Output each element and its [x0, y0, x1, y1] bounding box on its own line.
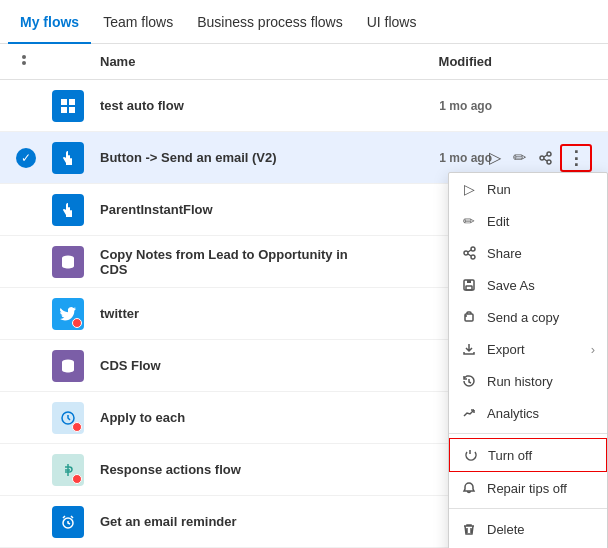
svg-rect-4 [61, 107, 67, 113]
icon-wrapper [52, 298, 84, 330]
bell-icon [461, 480, 477, 496]
menu-label: Run history [487, 374, 553, 389]
icon-wrapper [52, 402, 84, 434]
arrow-icon: › [591, 342, 595, 357]
row-icon [52, 246, 100, 278]
menu-label: Send a copy [487, 310, 559, 325]
menu-label: Repair tips off [487, 481, 567, 496]
flow-name: Get an email reminder [100, 514, 372, 529]
share-button[interactable] [534, 147, 556, 169]
menu-label: Delete [487, 522, 525, 537]
tab-bar: My flows Team flows Business process flo… [0, 0, 608, 44]
svg-point-0 [22, 55, 26, 59]
row-icon [52, 142, 100, 174]
power-icon [462, 447, 478, 463]
context-menu: ▷ Run ✏ Edit Share Save As [448, 172, 608, 548]
more-options-button[interactable]: ⋮ [560, 144, 592, 172]
svg-rect-2 [61, 99, 67, 105]
flow-icon-alarm [52, 506, 84, 538]
delete-icon [461, 521, 477, 537]
row-icon [52, 298, 100, 330]
flows-table: Name Modified test auto flow 1 mo ago ✓ [0, 44, 608, 548]
svg-point-6 [540, 156, 544, 160]
header-check [16, 52, 52, 71]
svg-line-14 [468, 250, 471, 252]
flow-modified: 1 mo ago [372, 99, 492, 113]
app-container: My flows Team flows Business process flo… [0, 0, 608, 548]
menu-label: Share [487, 246, 522, 261]
menu-item-repair-tips[interactable]: Repair tips off [449, 472, 607, 504]
menu-label: Turn off [488, 448, 532, 463]
menu-item-delete[interactable]: Delete [449, 513, 607, 545]
svg-point-7 [547, 152, 551, 156]
flow-icon-hand [52, 194, 84, 226]
run-button[interactable]: ▷ [485, 144, 505, 171]
svg-point-11 [464, 251, 468, 255]
menu-label: Export [487, 342, 525, 357]
tab-ui-flows[interactable]: UI flows [355, 0, 429, 44]
menu-item-send-copy[interactable]: Send a copy [449, 301, 607, 333]
table-row[interactable]: ✓ Button -> Send an email (V2) 1 mo ago … [0, 132, 608, 184]
menu-item-share[interactable]: Share [449, 237, 607, 269]
menu-item-save-as[interactable]: Save As [449, 269, 607, 301]
menu-label: Analytics [487, 406, 539, 421]
svg-point-13 [471, 255, 475, 259]
send-copy-icon [461, 309, 477, 325]
table-row[interactable]: test auto flow 1 mo ago [0, 80, 608, 132]
flow-icon-db [52, 350, 84, 382]
flow-name: Copy Notes from Lead to Opportunity in C… [100, 247, 372, 277]
svg-line-9 [544, 155, 547, 157]
flow-name: CDS Flow [100, 358, 372, 373]
svg-point-12 [471, 247, 475, 251]
tab-team-flows[interactable]: Team flows [91, 0, 185, 44]
edit-icon: ✏ [461, 213, 477, 229]
edit-button[interactable]: ✏ [509, 144, 530, 171]
row-icon [52, 194, 100, 226]
tab-business-process-flows[interactable]: Business process flows [185, 0, 355, 44]
flow-icon-grid [52, 90, 84, 122]
row-icon [52, 506, 100, 538]
svg-point-1 [22, 61, 26, 65]
menu-item-analytics[interactable]: Analytics [449, 397, 607, 429]
flow-icon-db [52, 246, 84, 278]
sort-icon [16, 52, 32, 68]
menu-item-run[interactable]: ▷ Run [449, 173, 607, 205]
row-icon [52, 90, 100, 122]
flow-name: Apply to each [100, 410, 372, 425]
row-icon [52, 350, 100, 382]
flow-name: test auto flow [100, 98, 372, 113]
flow-modified: 1 mo ago [372, 151, 492, 165]
svg-rect-19 [465, 314, 473, 321]
header-name: Name [100, 54, 372, 69]
icon-wrapper [52, 454, 84, 486]
disabled-badge [72, 318, 82, 328]
svg-rect-18 [466, 286, 472, 290]
svg-line-15 [468, 254, 471, 256]
check-icon: ✓ [16, 148, 36, 168]
menu-label: Save As [487, 278, 535, 293]
header-modified: Modified [372, 54, 492, 69]
row-icon [52, 454, 100, 486]
svg-rect-17 [467, 280, 471, 283]
menu-item-turn-off[interactable]: Turn off [449, 438, 607, 472]
run-icon: ▷ [461, 181, 477, 197]
svg-rect-3 [69, 99, 75, 105]
row-checkbox[interactable]: ✓ [16, 148, 52, 168]
menu-label: Edit [487, 214, 509, 229]
flow-name: twitter [100, 306, 372, 321]
disabled-badge [72, 474, 82, 484]
menu-divider [449, 508, 607, 509]
menu-item-edit[interactable]: ✏ Edit [449, 205, 607, 237]
disabled-badge [72, 422, 82, 432]
row-icon [52, 402, 100, 434]
menu-item-run-history[interactable]: Run history [449, 365, 607, 397]
analytics-icon [461, 405, 477, 421]
share-icon [461, 245, 477, 261]
flow-name: ParentInstantFlow [100, 202, 372, 217]
flow-icon-hand [52, 142, 84, 174]
svg-rect-5 [69, 107, 75, 113]
menu-item-export[interactable]: Export › [449, 333, 607, 365]
flow-name: Button -> Send an email (V2) [100, 150, 372, 165]
tab-my-flows[interactable]: My flows [8, 0, 91, 44]
menu-divider [449, 433, 607, 434]
